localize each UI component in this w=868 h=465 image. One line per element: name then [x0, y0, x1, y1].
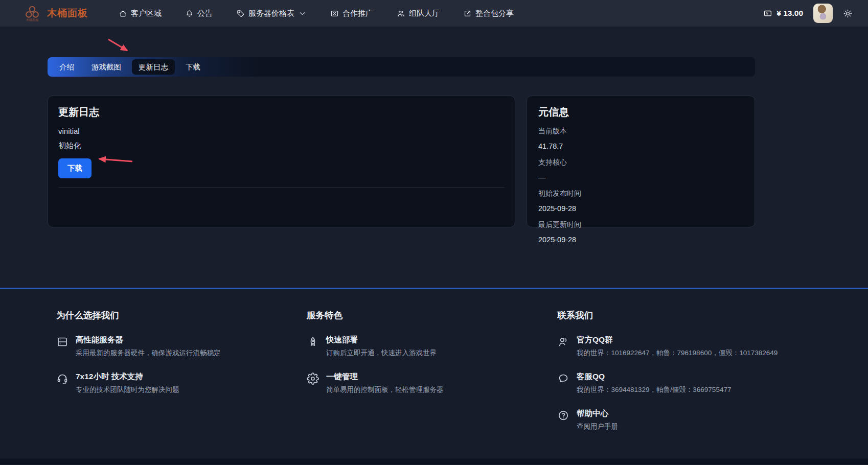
footer: 为什么选择我们高性能服务器采用最新的服务器硬件，确保游戏运行流畅稳定7x12小时… — [0, 288, 868, 458]
meta-field-value: 2025-09-28 — [538, 204, 743, 213]
footer-item-text: 高性能服务器采用最新的服务器硬件，确保游戏运行流畅稳定 — [76, 335, 221, 358]
main-content: 介绍游戏截图更新日志下载 更新日志 vinitial 初始化 下载 元信息 当前… — [0, 27, 868, 288]
meta-field-label: 当前版本 — [538, 127, 743, 136]
footer-column-contact: 联系我们官方QQ群我的世界：1016922647，帕鲁：796198600，僵毁… — [557, 309, 848, 458]
nav-item-announcements[interactable]: 公告 — [185, 9, 213, 18]
footer-item-title: 高性能服务器 — [76, 335, 221, 345]
meta-fields: 当前版本41.78.7支持核心—初始发布时间2025-09-28最后更新时间20… — [538, 127, 743, 244]
home-icon — [119, 9, 127, 18]
site-logo-icon: 木桶面板 — [22, 4, 42, 23]
meta-field-label: 支持核心 — [538, 158, 743, 167]
nav-item-team-hall[interactable]: 组队大厅 — [397, 9, 440, 18]
footer-item-desc: 我的世界：3694481329，帕鲁/僵毁：3669755477 — [577, 385, 731, 394]
chat-icon — [557, 373, 569, 385]
svg-text:木桶面板: 木桶面板 — [26, 18, 39, 22]
tab-screenshots[interactable]: 游戏截图 — [85, 59, 128, 75]
footer-item-text: 一键管理简单易用的控制面板，轻松管理服务器 — [326, 371, 444, 394]
footer-item: 快速部署订购后立即开通，快速进入游戏世界 — [307, 335, 544, 358]
footer-item-text: 快速部署订购后立即开通，快速进入游戏世界 — [326, 335, 437, 358]
footer-item-desc: 我的世界：1016922647，帕鲁：796198600，僵毁：10173826… — [577, 348, 778, 358]
footer-item-title: 客服QQ — [577, 371, 731, 382]
footer-column-why-us: 为什么选择我们高性能服务器采用最新的服务器硬件，确保游戏运行流畅稳定7x12小时… — [56, 309, 294, 458]
download-button[interactable]: 下载 — [58, 158, 92, 178]
footer-item-desc: 简单易用的控制面板，轻松管理服务器 — [326, 385, 444, 394]
nav-menu: 客户区域公告服务器价格表合作推广组队大厅整合包分享 — [119, 9, 514, 18]
footer-item-title: 官方QQ群 — [577, 335, 778, 345]
footer-column-title: 为什么选择我们 — [56, 309, 294, 321]
nav-item-modpack-share[interactable]: 整合包分享 — [463, 9, 514, 18]
footer-item-text: 官方QQ群我的世界：1016922647，帕鲁：796198600，僵毁：101… — [577, 335, 778, 358]
tab-download[interactable]: 下载 — [179, 59, 207, 75]
nav-item-label: 整合包分享 — [475, 9, 514, 18]
team-icon — [397, 9, 405, 18]
meta-card: 元信息 当前版本41.78.7支持核心—初始发布时间2025-09-28最后更新… — [527, 96, 755, 227]
footer-item: 高性能服务器采用最新的服务器硬件，确保游戏运行流畅稳定 — [56, 335, 294, 358]
brand-name: 木桶面板 — [47, 7, 88, 20]
footer-item-title: 7x12小时 技术支持 — [76, 371, 179, 382]
nav-item-label: 服务器价格表 — [248, 9, 294, 18]
nav-item-customer-area[interactable]: 客户区域 — [119, 9, 162, 18]
nav-item-partner-promo[interactable]: 合作推广 — [330, 9, 373, 18]
meta-field-label: 初始发布时间 — [538, 189, 743, 198]
theme-toggle-sun-icon[interactable] — [843, 9, 853, 18]
footer-column-features: 服务特色快速部署订购后立即开通，快速进入游戏世界一键管理简单易用的控制面板，轻松… — [307, 309, 544, 458]
balance[interactable]: ¥ 13.00 — [763, 9, 803, 18]
footer-item-title: 帮助中心 — [577, 408, 618, 419]
footer-item-desc: 专业的技术团队随时为您解决问题 — [76, 385, 179, 394]
footer-item-desc: 查阅用户手册 — [577, 422, 618, 431]
help-icon — [557, 409, 569, 422]
footer-column-title: 联系我们 — [557, 309, 848, 321]
changelog-version: vinitial — [58, 127, 505, 135]
footer-item-title: 一键管理 — [326, 371, 444, 382]
navbar: 木桶面板 木桶面板 客户区域公告服务器价格表合作推广组队大厅整合包分享 ¥ 13… — [0, 0, 868, 27]
tabbar: 介绍游戏截图更新日志下载 — [48, 57, 755, 77]
footer-item-text: 7x12小时 技术支持专业的技术团队随时为您解决问题 — [76, 371, 179, 394]
tab-changelog[interactable]: 更新日志 — [132, 59, 175, 75]
page: 木桶面板 木桶面板 客户区域公告服务器价格表合作推广组队大厅整合包分享 ¥ 13… — [0, 0, 868, 465]
balance-amount: ¥ 13.00 — [776, 9, 803, 18]
meta-field-value: — — [538, 173, 743, 181]
wallet-icon — [763, 9, 772, 18]
tag-icon — [236, 9, 245, 18]
nav-item-label: 客户区域 — [131, 9, 162, 18]
share-icon — [463, 9, 472, 18]
footer-item[interactable]: 客服QQ我的世界：3694481329，帕鲁/僵毁：3669755477 — [557, 371, 848, 394]
footer-item-desc: 订购后立即开通，快速进入游戏世界 — [326, 348, 437, 358]
footer-column-title: 服务特色 — [307, 309, 544, 321]
brand[interactable]: 木桶面板 木桶面板 — [22, 4, 88, 23]
nav-item-label: 公告 — [197, 9, 213, 18]
promo-icon — [330, 9, 339, 18]
meta-field-value: 41.78.7 — [538, 142, 743, 150]
changelog-description: 初始化 — [58, 141, 505, 151]
nav-item-server-pricing[interactable]: 服务器价格表 — [236, 9, 307, 18]
footer-item[interactable]: 官方QQ群我的世界：1016922647，帕鲁：796198600，僵毁：101… — [557, 335, 848, 358]
nav-item-label: 合作推广 — [342, 9, 373, 18]
footer-item: 一键管理简单易用的控制面板，轻松管理服务器 — [307, 371, 544, 394]
cards-row: 更新日志 vinitial 初始化 下载 元信息 当前版本41.78.7支持核心… — [48, 96, 868, 227]
footer-item-text: 帮助中心查阅用户手册 — [577, 408, 618, 431]
gear-icon — [307, 373, 319, 385]
avatar[interactable] — [813, 4, 833, 23]
footer-item-text: 客服QQ我的世界：3694481329，帕鲁/僵毁：3669755477 — [577, 371, 731, 394]
footer-item-title: 快速部署 — [326, 335, 437, 345]
footer-item[interactable]: 帮助中心查阅用户手册 — [557, 408, 848, 431]
meta-field-label: 最后更新时间 — [538, 220, 743, 229]
user-icon — [557, 336, 569, 348]
meta-title: 元信息 — [538, 105, 743, 119]
rocket-icon — [307, 336, 319, 348]
bottom-bar — [0, 458, 868, 464]
footer-item: 7x12小时 技术支持专业的技术团队随时为您解决问题 — [56, 371, 294, 394]
server-icon — [56, 336, 68, 348]
navbar-right: ¥ 13.00 — [763, 4, 853, 23]
footer-item-desc: 采用最新的服务器硬件，确保游戏运行流畅稳定 — [76, 348, 221, 358]
meta-field-value: 2025-09-28 — [538, 236, 743, 244]
changelog-divider — [58, 187, 505, 188]
bell-icon — [185, 9, 194, 18]
changelog-title: 更新日志 — [58, 105, 505, 119]
headset-icon — [56, 373, 68, 385]
tab-intro[interactable]: 介绍 — [53, 59, 81, 75]
nav-item-label: 组队大厅 — [409, 9, 440, 18]
chevron-down-icon — [298, 9, 307, 18]
changelog-card: 更新日志 vinitial 初始化 下载 — [48, 96, 515, 227]
